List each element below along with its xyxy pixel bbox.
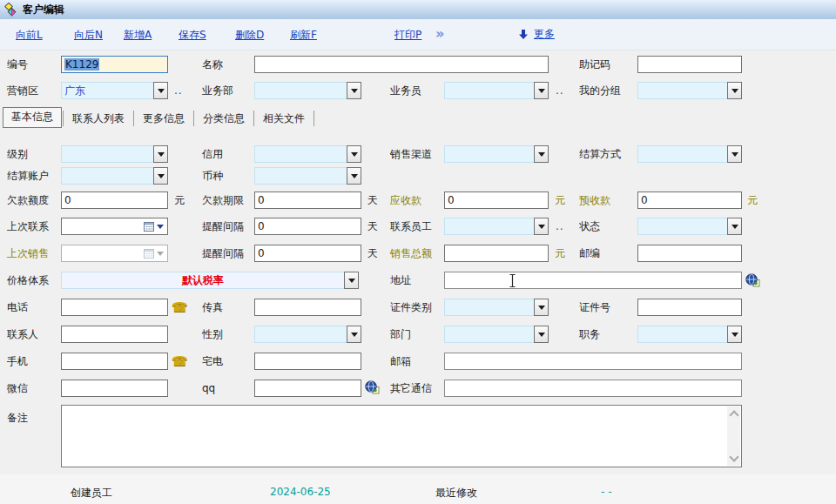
dropdown-arrow-icon[interactable] [727,326,742,343]
sales-total-input[interactable] [444,245,549,262]
globe-icon[interactable] [365,380,380,397]
dropdown-arrow-icon[interactable] [727,145,742,163]
level-select[interactable] [61,145,168,163]
notes-scrollbar[interactable] [727,407,740,466]
tab-contact-list[interactable]: 联系人列表 [64,109,132,128]
dropdown-arrow-icon[interactable] [157,225,164,232]
settle-account-select[interactable] [61,167,168,185]
name-input[interactable] [254,56,549,73]
currency-select[interactable] [254,167,361,185]
mnemonic-label: 助记码 [579,56,610,73]
job-title-select[interactable] [637,326,742,343]
level-label: 级别 [7,145,28,163]
other-comm-input[interactable] [444,380,742,397]
debt-limit-input[interactable]: 0 [61,192,168,209]
sales-dept-value [254,82,347,99]
dropdown-arrow-icon[interactable] [344,272,359,289]
add-button[interactable]: 新增A [124,28,152,43]
notes-textarea[interactable] [61,405,742,467]
prev-button[interactable]: 向前L [16,28,43,43]
qq-input[interactable] [254,380,361,397]
id-type-select[interactable] [444,299,549,316]
credit-select[interactable] [254,145,361,163]
debt-term-input[interactable]: 0 [254,192,361,209]
my-group-label: 我的分组 [579,82,621,99]
delete-button[interactable]: 删除D [235,28,264,43]
remind-contact-label: 提醒间隔 [202,218,244,235]
created-date: 2024-06-25 [270,486,331,498]
tab-basic-info[interactable]: 基本信息 [3,107,62,128]
gender-select[interactable] [254,326,361,343]
wechat-input[interactable] [61,380,168,397]
refresh-button[interactable]: 刷新F [290,28,317,43]
dropdown-arrow-icon[interactable] [534,326,549,343]
department-select[interactable] [444,326,549,343]
more-button[interactable]: 更多 [518,27,555,42]
dropdown-arrow-icon[interactable] [347,145,361,163]
sales-dept-label: 业务部 [202,82,233,99]
dropdown-arrow-icon[interactable] [534,145,549,163]
dropdown-arrow-icon[interactable] [153,167,168,185]
tab-related-files[interactable]: 相关文件 [255,109,313,128]
remind-contact-input[interactable]: 0 [254,218,361,235]
mnemonic-input[interactable] [637,56,742,73]
settle-method-select[interactable] [637,145,742,163]
mobile-input[interactable] [61,353,168,370]
next-button[interactable]: 向后N [74,28,103,43]
last-sale-label: 上次销售 [7,245,49,262]
sales-channel-label: 销售渠道 [390,145,432,163]
region-value: 广东 [61,82,153,99]
receivable-input[interactable]: 0 [444,192,549,209]
globe-icon[interactable] [745,273,760,290]
contact-staff-more-link[interactable]: .. [556,218,564,235]
dropdown-arrow-icon[interactable] [153,145,168,163]
contact-person-input[interactable] [61,326,168,343]
debt-limit-unit: 元 [174,192,185,209]
code-input[interactable]: K1129 [61,56,168,73]
price-system-label: 价格体系 [7,272,49,289]
contact-staff-select[interactable] [444,218,549,235]
phone-icon[interactable]: ☎ [172,299,188,316]
dropdown-arrow-icon[interactable] [347,82,361,99]
email-input[interactable] [444,353,742,370]
id-number-input[interactable] [637,299,742,316]
scroll-up-icon[interactable] [729,410,738,420]
address-input[interactable] [444,272,742,289]
wechat-label: 微信 [7,380,28,397]
prepaid-input[interactable]: 0 [637,192,742,209]
dropdown-arrow-icon[interactable] [153,82,168,99]
phone-input[interactable] [61,299,168,316]
prepaid-unit: 元 [747,192,758,209]
price-system-select[interactable]: 默认税率 [61,272,359,289]
tab-more-info[interactable]: 更多信息 [135,109,192,128]
dropdown-arrow-icon[interactable] [727,82,742,99]
zip-input[interactable] [637,245,742,262]
sales-dept-select[interactable] [254,82,361,99]
my-group-select[interactable] [637,82,742,99]
status-select[interactable] [637,218,742,235]
remind-sale-input[interactable]: 0 [254,245,361,262]
scroll-down-icon[interactable] [729,452,738,461]
phone-icon[interactable]: ☎ [172,353,188,370]
price-system-value: 默认税率 [61,272,344,289]
salesman-select[interactable] [444,82,549,99]
dropdown-arrow-icon[interactable] [534,218,549,235]
home-phone-input[interactable] [254,353,361,370]
dropdown-arrow-icon[interactable] [347,326,361,343]
region-more-link[interactable]: .. [174,82,183,99]
dropdown-arrow-icon[interactable] [534,82,549,99]
chevron-double-right-icon[interactable]: » [435,25,444,42]
dropdown-arrow-icon[interactable] [727,218,742,235]
print-button[interactable]: 打印P [394,28,421,43]
fax-input[interactable] [254,299,361,316]
salesman-more-link[interactable]: .. [556,82,564,99]
fax-label: 传真 [202,299,223,316]
last-contact-datepicker[interactable] [61,218,168,235]
region-select[interactable]: 广东 [61,82,168,99]
tab-category-info[interactable]: 分类信息 [195,109,253,128]
dropdown-arrow-icon[interactable] [534,299,549,316]
save-button[interactable]: 保存S [179,28,206,43]
sales-channel-select[interactable] [444,145,549,163]
dropdown-arrow-icon[interactable] [347,167,361,185]
home-phone-label: 宅电 [202,353,223,370]
